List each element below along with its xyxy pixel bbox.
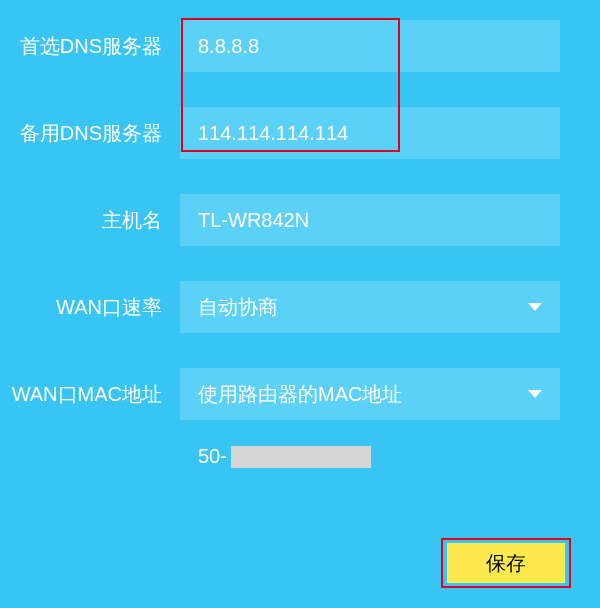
mac-address-display: 50- [180,445,371,468]
select-wan-speed[interactable]: 自动协商 [180,281,560,333]
input-hostname[interactable]: TL-WR842N [180,194,560,246]
label-hostname: 主机名 [0,207,180,234]
row-primary-dns: 首选DNS服务器 8.8.8.8 [0,20,600,72]
select-wan-speed-value: 自动协商 [198,294,278,321]
row-hostname: 主机名 TL-WR842N [0,194,600,246]
label-secondary-dns: 备用DNS服务器 [0,120,180,147]
input-secondary-dns[interactable]: 114.114.114.114 [180,107,560,159]
label-wan-mac: WAN口MAC地址 [0,381,180,408]
row-secondary-dns: 备用DNS服务器 114.114.114.114 [0,107,600,159]
label-wan-speed: WAN口速率 [0,294,180,321]
label-primary-dns: 首选DNS服务器 [0,33,180,60]
chevron-down-icon [528,303,542,311]
input-primary-dns[interactable]: 8.8.8.8 [180,20,560,72]
row-wan-speed: WAN口速率 自动协商 [0,281,600,333]
save-button[interactable]: 保存 [447,543,565,583]
settings-form: 首选DNS服务器 8.8.8.8 备用DNS服务器 114.114.114.11… [0,0,600,488]
row-wan-mac: WAN口MAC地址 使用路由器的MAC地址 [0,368,600,420]
mac-prefix: 50- [198,445,227,468]
select-wan-mac-value: 使用路由器的MAC地址 [198,381,402,408]
row-mac-display: 50- [0,445,600,468]
chevron-down-icon [528,390,542,398]
select-wan-mac[interactable]: 使用路由器的MAC地址 [180,368,560,420]
mac-hidden-mask [231,446,371,468]
